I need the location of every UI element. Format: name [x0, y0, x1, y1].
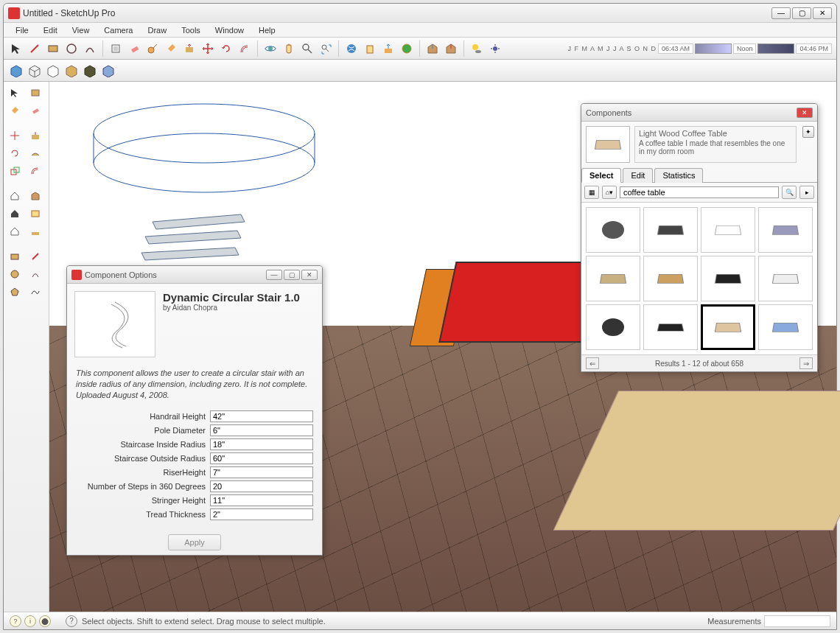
result-item[interactable] [643, 207, 698, 253]
field-input-riser[interactable] [210, 466, 313, 478]
rotate-tool-icon[interactable] [218, 41, 234, 57]
circle-draw-icon[interactable] [7, 266, 23, 282]
menu-tools[interactable]: Tools [174, 26, 208, 35]
style-hidden-line-icon[interactable] [45, 63, 61, 79]
style-shaded-icon[interactable] [63, 63, 80, 79]
platform-icon[interactable] [27, 223, 43, 239]
make-component-icon[interactable] [108, 41, 124, 57]
paint-bucket-icon[interactable] [7, 102, 23, 119]
field-input-steps[interactable] [210, 480, 313, 492]
close-button[interactable]: ✕ [813, 7, 832, 19]
help-icon[interactable]: ? [66, 615, 77, 627]
result-item[interactable] [701, 256, 755, 301]
result-item[interactable] [643, 304, 698, 350]
get-location-icon[interactable] [343, 41, 360, 57]
move-tool-icon[interactable] [200, 41, 216, 57]
next-page-icon[interactable]: ⇒ [799, 357, 813, 369]
field-input-inside-radius[interactable] [210, 438, 313, 450]
result-item[interactable] [701, 207, 755, 253]
zoom-tool-icon[interactable] [299, 41, 315, 57]
menu-file[interactable]: File [8, 26, 36, 35]
expand-button[interactable]: ✦ [802, 126, 814, 138]
select-tool-icon[interactable] [7, 85, 23, 101]
zoom-extents-icon[interactable] [318, 41, 334, 57]
line-draw-icon[interactable] [27, 248, 43, 265]
field-input-outside-radius[interactable] [210, 452, 313, 464]
menu-camera[interactable]: Camera [97, 26, 140, 35]
upload-icon[interactable] [380, 41, 396, 57]
warehouse-share-icon[interactable] [443, 41, 459, 57]
apply-button[interactable]: Apply [168, 534, 221, 550]
minimize-button[interactable]: — [771, 7, 791, 19]
preview-ge-icon[interactable] [399, 41, 415, 57]
dialog-close-button[interactable]: ✕ [301, 270, 318, 280]
field-input-handrail[interactable] [210, 410, 313, 422]
style-monochrome-icon[interactable] [100, 63, 116, 79]
follow-me-icon[interactable] [27, 145, 43, 161]
rectangle-tool-icon[interactable] [45, 41, 61, 57]
menu-window[interactable]: Window [208, 26, 251, 35]
tab-statistics[interactable]: Statistics [654, 168, 703, 183]
offset-tool-icon[interactable] [237, 41, 253, 57]
time-gradient-1[interactable] [695, 43, 732, 54]
dialog-maximize-button[interactable]: ▢ [284, 270, 300, 280]
panel-close-button[interactable]: ✕ [797, 108, 813, 118]
box-icon[interactable] [27, 206, 43, 222]
result-item[interactable] [586, 207, 640, 253]
style-wireframe-icon[interactable] [27, 63, 43, 79]
details-icon[interactable]: ▸ [799, 186, 814, 199]
rect-draw-icon[interactable] [7, 248, 23, 265]
field-input-tread[interactable] [210, 508, 313, 520]
result-item[interactable] [643, 256, 698, 301]
offset-tool-icon[interactable] [27, 163, 43, 179]
maximize-button[interactable]: ▢ [792, 7, 811, 19]
time-gradient-2[interactable] [757, 43, 794, 54]
tape-measure-icon[interactable] [144, 41, 161, 57]
building-maker-icon[interactable] [362, 41, 378, 57]
shadow-settings-icon[interactable] [487, 41, 503, 57]
result-item[interactable] [586, 304, 640, 350]
style-xray-icon[interactable] [8, 63, 24, 79]
line-tool-icon[interactable] [27, 41, 43, 57]
field-input-stringer[interactable] [210, 494, 313, 506]
dialog-titlebar[interactable]: Component Options — ▢ ✕ [67, 266, 322, 284]
polygon-draw-icon[interactable] [7, 284, 23, 300]
result-item-selected[interactable] [701, 304, 755, 350]
nav-dropdown-icon[interactable]: ⌂▾ [602, 186, 617, 199]
push-pull-icon[interactable] [27, 127, 43, 144]
credit-icon-1[interactable]: ? [10, 615, 21, 627]
move-tool-icon[interactable] [7, 127, 23, 144]
house-outline-icon[interactable] [7, 223, 23, 239]
warehouse-get-icon[interactable] [424, 41, 441, 57]
menu-edit[interactable]: Edit [36, 26, 65, 35]
select-tool-icon[interactable] [8, 41, 24, 57]
orbit-tool-icon[interactable] [262, 41, 279, 57]
credit-icon-2[interactable]: i [24, 615, 36, 627]
tab-select[interactable]: Select [581, 168, 621, 183]
push-pull-icon[interactable] [181, 41, 197, 57]
arc-draw-icon[interactable] [27, 266, 43, 282]
freehand-draw-icon[interactable] [27, 284, 43, 300]
house-fill-icon[interactable] [7, 206, 23, 222]
result-item[interactable] [758, 207, 813, 253]
arc-tool-icon[interactable] [82, 41, 98, 57]
scale-tool-icon[interactable] [7, 163, 23, 179]
menu-draw[interactable]: Draw [140, 26, 174, 35]
warehouse-icon[interactable] [27, 188, 43, 204]
house-icon[interactable] [7, 188, 23, 204]
style-texture-icon[interactable] [82, 63, 98, 79]
search-icon[interactable]: 🔍 [782, 186, 797, 199]
eraser-tool-icon[interactable] [126, 41, 142, 57]
search-input[interactable] [620, 186, 779, 198]
measurements-input[interactable] [764, 615, 830, 627]
pan-tool-icon[interactable] [281, 41, 297, 57]
tab-edit[interactable]: Edit [623, 168, 653, 183]
view-grid-icon[interactable]: ▦ [584, 186, 599, 199]
rotate-tool-icon[interactable] [7, 145, 23, 161]
result-item[interactable] [758, 304, 813, 350]
result-item[interactable] [758, 256, 813, 301]
component-tool-icon[interactable] [27, 85, 43, 101]
shadow-toggle-icon[interactable] [469, 41, 485, 57]
field-input-pole[interactable] [210, 424, 313, 436]
result-item[interactable] [586, 256, 640, 301]
